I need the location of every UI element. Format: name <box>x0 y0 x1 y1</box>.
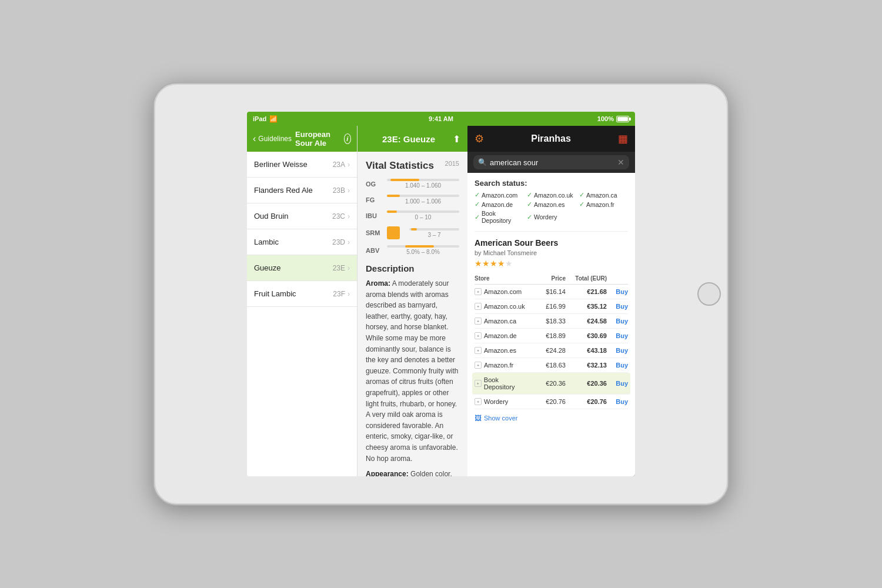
price-row-wordery: + Wordery €20.76 €20.76 Buy <box>475 395 628 409</box>
device-label: iPad <box>253 115 266 122</box>
buy-button[interactable]: Buy <box>607 318 628 325</box>
list-item-chevron-icon: › <box>348 290 350 298</box>
buy-button[interactable]: Buy <box>607 362 628 369</box>
star-rating: ★ ★ ★ ★ ★ <box>475 259 628 268</box>
barcode-icon[interactable]: ▦ <box>618 132 628 145</box>
buy-button[interactable]: Buy <box>607 303 628 310</box>
buy-button[interactable]: Buy <box>607 288 628 295</box>
buy-button[interactable]: Buy <box>607 347 628 354</box>
srm-color-swatch <box>387 226 400 239</box>
stat-bar-ibu: 0 – 10 <box>387 211 459 220</box>
price-row-amazon-de: + Amazon.de €18.89 €30.69 Buy <box>475 329 628 343</box>
buy-button[interactable]: Buy <box>607 332 628 339</box>
stat-label-og: OG <box>366 181 382 188</box>
home-button[interactable] <box>697 282 721 306</box>
price-table-header: Store Price Total (EUR) <box>475 273 628 285</box>
stat-bar-range-fg: 1.000 – 1.006 <box>387 198 459 205</box>
stat-bar-abv: 5.0% – 8.0% <box>387 245 459 255</box>
list-item-chevron-icon: › <box>348 238 350 246</box>
store-name: + Amazon.de <box>475 332 530 339</box>
check-icon: ✓ <box>527 213 532 221</box>
store-name: + Amazon.fr <box>475 362 530 369</box>
price-value: €18.63 <box>530 362 566 369</box>
buy-button[interactable]: Buy <box>607 380 628 387</box>
list-item-code: 23F <box>333 290 345 298</box>
search-input-wrapper[interactable]: 🔍 ✕ <box>473 155 629 169</box>
search-clear-button[interactable]: ✕ <box>617 158 624 167</box>
list-item[interactable]: Flanders Red Ale 23B › <box>247 178 357 203</box>
info-button[interactable]: i <box>344 133 352 144</box>
price-value: €18.89 <box>530 332 566 339</box>
list-item[interactable]: Fruit Lambic 23F › <box>247 281 357 307</box>
list-item-active[interactable]: Gueuze 23E › <box>247 255 357 281</box>
source-name: Amazon.es <box>534 201 565 208</box>
vital-stats-title: Vital Statistics 2015 <box>366 160 459 172</box>
list-item-name: Berliner Weisse <box>254 160 333 169</box>
store-icon: + <box>475 288 482 295</box>
list-item-code: 23E <box>333 264 345 272</box>
store-name: + Book Depository <box>475 376 530 390</box>
share-button[interactable]: ⬆ <box>453 133 460 145</box>
store-name: + Wordery <box>475 398 530 405</box>
status-bar: iPad 📶 9:41 AM 100% <box>247 112 635 126</box>
store-name: + Amazon.ca <box>475 318 530 325</box>
description-appearance: Appearance: Golden color, with excellent… <box>366 469 459 476</box>
list-item-chevron-icon: › <box>348 212 350 220</box>
stat-bar-bg <box>387 179 459 181</box>
buy-button[interactable]: Buy <box>607 398 628 405</box>
store-name: + Amazon.co.uk <box>475 303 530 310</box>
list-item-chevron-icon: › <box>348 264 350 272</box>
show-cover-label: Show cover <box>484 415 517 422</box>
stat-bar-range-ibu: 0 – 10 <box>387 214 459 220</box>
right-nav-title: Piranhas <box>484 133 618 144</box>
main-area: ‹ Guidelines European Sour Ale i Berline… <box>247 126 635 476</box>
right-panel: ⚙ Piranhas ▦ 🔍 ✕ Search status: <box>467 126 635 476</box>
gear-icon[interactable]: ⚙ <box>475 132 484 145</box>
stat-label-abv: ABV <box>366 247 382 254</box>
show-cover-button[interactable]: 🖼 Show cover <box>475 414 628 422</box>
list-item-name: Flanders Red Ale <box>254 186 333 195</box>
stat-bar-fill <box>387 195 400 197</box>
star-1: ★ <box>475 259 482 268</box>
year-badge: 2015 <box>445 160 459 167</box>
header-action <box>607 275 628 282</box>
store-icon: + <box>475 362 482 369</box>
store-icon: + <box>475 332 482 339</box>
store-name: + Amazon.es <box>475 347 530 354</box>
list-item-name: Gueuze <box>254 263 333 272</box>
search-input[interactable] <box>490 158 614 167</box>
source-item-amazon-de: ✓ Amazon.de <box>475 201 523 208</box>
check-icon: ✓ <box>527 191 532 199</box>
left-panel: ‹ Guidelines European Sour Ale i Berline… <box>247 126 358 476</box>
stat-label-ibu: IBU <box>366 212 382 219</box>
check-icon: ✓ <box>475 201 480 208</box>
total-value: €43.18 <box>566 347 607 354</box>
search-sources: ✓ Amazon.com ✓ Amazon.co.uk ✓ Amazon.ca <box>475 191 628 224</box>
stat-label-srm: SRM <box>366 229 382 236</box>
source-item-book-depository: ✓ Book Depository <box>475 210 523 224</box>
image-icon: 🖼 <box>475 414 482 422</box>
stat-bar-fill <box>390 179 419 181</box>
search-icon: 🔍 <box>478 158 487 166</box>
list-item[interactable]: Lambic 23D › <box>247 229 357 255</box>
stat-row-og: OG 1.040 – 1.060 <box>366 179 459 189</box>
header-total: Total (EUR) <box>566 275 607 282</box>
description-aroma: Aroma: A moderately sour aroma blends wi… <box>366 278 459 464</box>
list-item[interactable]: Oud Bruin 23C › <box>247 203 357 229</box>
store-name: + Amazon.com <box>475 288 530 295</box>
price-row-book-depository: + Book Depository €20.36 €20.36 Buy <box>472 373 630 395</box>
left-nav: ‹ Guidelines European Sour Ale i <box>247 126 357 152</box>
center-nav: 23E: Gueuze ⬆ <box>358 126 467 152</box>
price-value: €20.36 <box>530 380 566 387</box>
source-name: Wordery <box>534 213 557 220</box>
list-item-code: 23A <box>333 161 345 169</box>
price-row-amazon-com: + Amazon.com $16.14 €21.68 Buy <box>475 285 628 299</box>
star-4: ★ <box>497 259 505 268</box>
list-item[interactable]: Berliner Weisse 23A › <box>247 152 357 178</box>
check-icon: ✓ <box>579 191 584 199</box>
stat-bar-srm: 3 – 7 <box>409 228 459 238</box>
stat-bar-bg <box>387 195 459 197</box>
battery-label: 100% <box>597 115 614 122</box>
back-button[interactable]: ‹ Guidelines <box>253 134 292 143</box>
star-3: ★ <box>490 259 497 268</box>
